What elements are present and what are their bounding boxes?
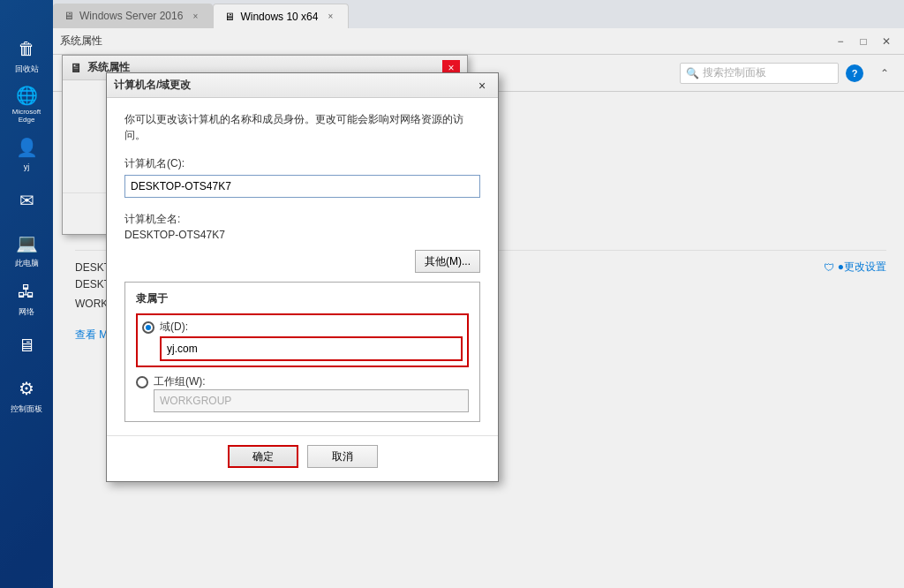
network-label: 网络 — [19, 306, 34, 318]
desktop-icon-network[interactable]: 🖧 网络 — [7, 278, 47, 318]
workgroup-radio-icon — [136, 376, 148, 388]
search-box[interactable]: 🔍 搜索控制面板 — [680, 63, 839, 84]
computer-name-input[interactable] — [124, 175, 480, 198]
inner-dialog-titlebar: 计算机名/域更改 × — [107, 73, 498, 98]
mypc-label: 此电脑 — [15, 258, 39, 269]
mypc-icon: 💻 — [13, 230, 40, 256]
workgroup-input-box: WORKGROUP — [154, 389, 469, 412]
minimize-button[interactable]: − — [830, 32, 851, 51]
domain-input-wrapper — [160, 336, 463, 361]
tab-server2016-label: Windows Server 2016 — [79, 10, 183, 22]
tab-server2016[interactable]: 🖥 Windows Server 2016 × — [53, 4, 213, 28]
desktop-icon-mypc[interactable]: 💻 此电脑 — [7, 230, 47, 269]
desktop-icon-monitor[interactable]: 🖥 — [7, 327, 47, 366]
tab-server2016-close[interactable]: × — [188, 9, 202, 23]
shield-icon: 🛡 — [824, 261, 834, 274]
controlpanel-icon: ⚙ — [13, 375, 40, 402]
domain-radio-label[interactable]: 域(D): — [142, 320, 463, 335]
tab-win10[interactable]: 🖥 Windows 10 x64 × — [213, 4, 349, 28]
mail-icon: ✉ — [13, 187, 40, 214]
expand-button[interactable]: ⌃ — [874, 64, 895, 83]
tab-win10-label: Windows 10 x64 — [240, 11, 318, 23]
browser-window: 🖥 Windows Server 2016 × 🖥 Windows 10 x64… — [53, 0, 904, 588]
cp-window-title: 系统属性 — [60, 34, 102, 49]
workgroup-label-text: 工作组(W): — [154, 374, 206, 389]
search-icon: 🔍 — [686, 67, 699, 79]
computer-name-field-group: 计算机名(C): — [124, 156, 480, 205]
desktop: 🗑 回收站 🌐 MicrosoftEdge 👤 yj ✉ 💻 此电脑 🖧 网络 … — [0, 0, 904, 588]
edge-icon: 🌐 — [13, 84, 40, 106]
tab-win10-close[interactable]: × — [323, 10, 337, 24]
change-settings-link[interactable]: 🛡 ●更改设置 — [824, 260, 886, 275]
window-controls: − □ ✕ — [830, 32, 897, 51]
domain-radio-icon — [142, 321, 154, 334]
controlpanel-label: 控制面板 — [11, 403, 42, 415]
desktop-icon-controlpanel[interactable]: ⚙ 控制面板 — [7, 375, 47, 415]
inner-dialog-content: 你可以更改该计算机的名称和成员身份。更改可能会影响对网络资源的访问。 计算机名(… — [107, 98, 498, 435]
tab-win10-icon: 🖥 — [224, 11, 235, 23]
maximize-button[interactable]: □ — [853, 32, 874, 51]
taskbar-left: 🗑 回收站 🌐 MicrosoftEdge 👤 yj ✉ 💻 此电脑 🖧 网络 … — [0, 0, 53, 588]
desktop-icon-user[interactable]: 👤 yj — [7, 132, 47, 172]
inner-ok-button[interactable]: 确定 — [228, 445, 298, 468]
workgroup-radio-label[interactable]: 工作组(W): — [136, 374, 469, 389]
domain-radio-container: 域(D): — [136, 313, 469, 367]
desktop-icon-recyclebin[interactable]: 🗑 回收站 — [7, 35, 47, 75]
full-name-field-label: 计算机全名: — [124, 212, 480, 227]
monitor-icon: 🖥 — [13, 333, 40, 359]
inner-dialog-close-button[interactable]: × — [473, 78, 491, 94]
search-placeholder: 搜索控制面板 — [703, 65, 766, 80]
computer-name-label: 计算机名(C): — [124, 156, 480, 171]
member-section: 隶属于 域(D): — [124, 282, 480, 422]
workgroup-display-value: WORKGROUP — [160, 395, 231, 407]
inner-dialog-description: 你可以更改该计算机的名称和成员身份。更改可能会影响对网络资源的访问。 — [124, 111, 480, 143]
recyclebin-label: 回收站 — [15, 64, 39, 75]
domain-label-text: 域(D): — [160, 320, 188, 335]
edge-label: MicrosoftEdge — [12, 108, 41, 124]
network-icon: 🖧 — [13, 278, 40, 305]
inner-dialog-footer: 确定 取消 — [107, 435, 498, 481]
help-button[interactable]: ? — [846, 64, 863, 82]
tab-server2016-icon: 🖥 — [64, 10, 74, 22]
inner-dialog: 计算机名/域更改 × 你可以更改该计算机的名称和成员身份。更改可能会影响对网络资… — [106, 72, 499, 482]
desktop-icon-mail[interactable]: ✉ — [7, 181, 47, 221]
other-btn-row: 其他(M)... — [124, 250, 480, 277]
inner-cancel-button[interactable]: 取消 — [307, 445, 378, 468]
tab-bar: 🖥 Windows Server 2016 × 🖥 Windows 10 x64… — [53, 0, 904, 28]
change-settings-text: ●更改设置 — [838, 260, 886, 275]
member-title: 隶属于 — [136, 291, 469, 306]
workgroup-radio-row: 工作组(W): WORKGROUP — [136, 374, 469, 412]
sys-props-icon: 🖥 — [70, 61, 82, 75]
full-name-field-value: DESKTOP-OTS47K7 — [124, 229, 480, 241]
desktop-icon-edge[interactable]: 🌐 MicrosoftEdge — [7, 84, 47, 124]
recyclebin-icon: 🗑 — [13, 35, 40, 62]
inner-dialog-title: 计算机名/域更改 — [114, 78, 191, 93]
window-close-button[interactable]: ✕ — [876, 32, 897, 51]
browser-content: 系统属性 − □ ✕ ← → ↻ 🔍 搜索控制面板 ? ⌃ — [53, 28, 904, 588]
user-label: yj — [24, 162, 30, 171]
cp-window-titlebar: 系统属性 − □ ✕ — [53, 28, 904, 55]
user-icon: 👤 — [13, 134, 40, 161]
domain-input[interactable] — [162, 338, 461, 359]
other-m-inner-button[interactable]: 其他(M)... — [415, 250, 480, 273]
